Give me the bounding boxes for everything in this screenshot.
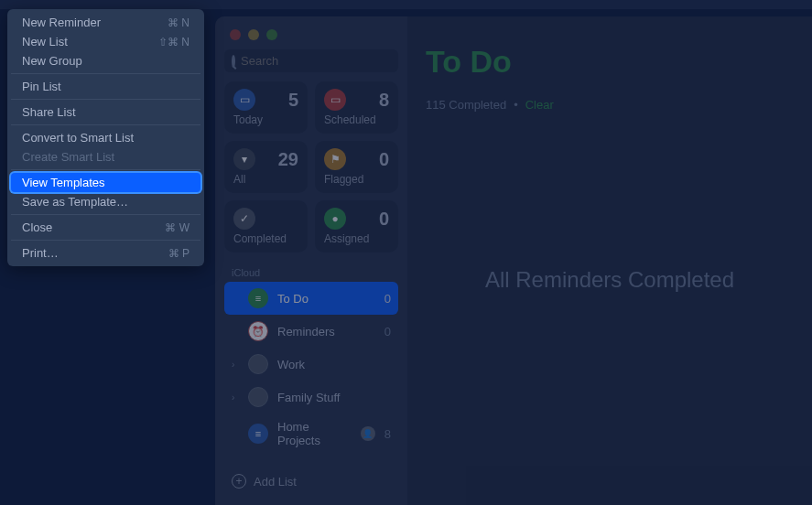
menu-item-label: Save as Template… [22, 195, 128, 209]
today-count: 5 [288, 90, 298, 111]
menu-shortcut: ⌘ P [168, 247, 189, 260]
menu-item-label: New Reminder [22, 16, 101, 29]
list-count: 0 [384, 292, 391, 306]
list-icon: ≡ [248, 424, 268, 444]
chevron-right-icon: › [232, 360, 239, 370]
menu-item-new-list[interactable]: New List⇧⌘ N [11, 32, 200, 51]
list-name: To Do [277, 292, 375, 306]
list-row-family-stuff[interactable]: ›Family Stuff [224, 381, 398, 414]
flagged-label: Flagged [324, 173, 389, 186]
window-controls [224, 26, 398, 49]
all-label: All [233, 173, 298, 186]
menu-item-label: Share List [22, 105, 76, 119]
empty-state: All Reminders Completed [426, 267, 794, 293]
menu-item-create-smart-list[interactable]: Create Smart List [11, 147, 200, 167]
list-name: Home Projects [277, 420, 352, 447]
list-icon [248, 354, 268, 374]
flagged-count: 0 [379, 149, 389, 170]
list-count: 8 [384, 427, 391, 441]
completed-card[interactable]: ✓ Completed [224, 200, 308, 252]
menu-item-share-list[interactable]: Share List [11, 102, 200, 122]
menu-item-label: New List [22, 35, 68, 48]
list-title: To Do [426, 44, 794, 80]
calendar-icon: ▭ [324, 89, 346, 111]
flag-icon: ⚑ [324, 148, 346, 170]
menu-shortcut: ⌘ W [165, 221, 189, 234]
menu-shortcut: ⇧⌘ N [158, 36, 189, 48]
menu-item-label: Convert to Smart List [22, 131, 134, 145]
all-card[interactable]: ▾29 All [224, 141, 308, 193]
menu-item-new-group[interactable]: New Group [11, 51, 200, 70]
menu-item-save-as-template-[interactable]: Save as Template… [11, 192, 200, 211]
menu-item-close[interactable]: Close⌘ W [11, 218, 200, 237]
add-list-button[interactable]: + Add List [224, 467, 398, 496]
menu-item-new-reminder[interactable]: New Reminder⌘ N [11, 13, 200, 32]
chevron-right-icon: › [232, 392, 239, 403]
plus-icon: + [232, 474, 246, 489]
close-window-button[interactable] [230, 29, 241, 40]
scheduled-count: 8 [379, 90, 389, 111]
main-content: To Do 115 Completed • Clear All Reminder… [407, 16, 812, 505]
smart-lists-grid: ▭5 Today ▭8 Scheduled ▾29 All ⚑0 Flagged… [224, 81, 398, 252]
calendar-today-icon: ▭ [233, 89, 255, 111]
app-window: ▭5 Today ▭8 Scheduled ▾29 All ⚑0 Flagged… [215, 16, 812, 505]
list-row-home-projects[interactable]: ≡Home Projects👤8 [224, 414, 398, 454]
menu-item-pin-list[interactable]: Pin List [11, 77, 200, 96]
menu-item-label: View Templates [22, 176, 105, 189]
menu-item-label: New Group [22, 54, 82, 68]
list-icon: ⏰ [248, 321, 268, 341]
maximize-window-button[interactable] [266, 29, 277, 40]
scheduled-label: Scheduled [324, 113, 389, 126]
menu-item-view-templates[interactable]: View Templates [11, 173, 200, 192]
menu-item-label: Pin List [22, 80, 61, 93]
completed-label: Completed [233, 232, 298, 245]
today-card[interactable]: ▭5 Today [224, 81, 308, 134]
assigned-label: Assigned [324, 232, 389, 245]
menu-item-convert-to-smart-list[interactable]: Convert to Smart List [11, 128, 200, 147]
assigned-count: 0 [379, 209, 389, 230]
menu-item-print-[interactable]: Print…⌘ P [11, 243, 200, 263]
separator: • [514, 98, 518, 112]
checkmark-icon: ✓ [233, 208, 255, 230]
shared-icon: 👤 [361, 426, 375, 441]
section-header: iCloud [224, 263, 398, 282]
tray-icon: ▾ [233, 148, 255, 170]
today-label: Today [233, 113, 298, 126]
list-count: 0 [384, 325, 391, 338]
add-list-label: Add List [254, 475, 297, 489]
all-count: 29 [278, 149, 298, 170]
menu-item-label: Print… [22, 246, 59, 260]
list-name: Reminders [277, 325, 375, 338]
file-menu-dropdown: New Reminder⌘ NNew List⇧⌘ NNew GroupPin … [7, 9, 204, 266]
list-icon: ≡ [248, 288, 268, 308]
completed-meta: 115 Completed • Clear [426, 98, 794, 112]
list-name: Family Stuff [277, 391, 382, 404]
search-input[interactable] [241, 54, 395, 68]
flagged-card[interactable]: ⚑0 Flagged [315, 141, 398, 193]
list-name: Work [277, 358, 382, 371]
lists: ≡To Do0⏰Reminders0›Work›Family Stuff≡Hom… [224, 282, 398, 454]
minimize-window-button[interactable] [248, 29, 259, 40]
list-row-reminders[interactable]: ⏰Reminders0 [224, 315, 398, 348]
sidebar: ▭5 Today ▭8 Scheduled ▾29 All ⚑0 Flagged… [215, 16, 407, 505]
search-icon [232, 55, 235, 68]
list-row-to-do[interactable]: ≡To Do0 [224, 282, 398, 315]
scheduled-card[interactable]: ▭8 Scheduled [315, 81, 398, 134]
menu-shortcut: ⌘ N [168, 16, 189, 29]
list-row-work[interactable]: ›Work [224, 348, 398, 381]
menu-item-label: Create Smart List [22, 150, 114, 164]
menubar [0, 0, 812, 9]
completed-count-label: 115 Completed [426, 98, 506, 112]
assigned-card[interactable]: ●0 Assigned [315, 200, 398, 252]
search-field[interactable] [224, 49, 398, 72]
list-icon [248, 387, 268, 407]
menu-item-label: Close [22, 220, 52, 234]
person-icon: ● [324, 208, 346, 230]
clear-button[interactable]: Clear [525, 98, 554, 112]
